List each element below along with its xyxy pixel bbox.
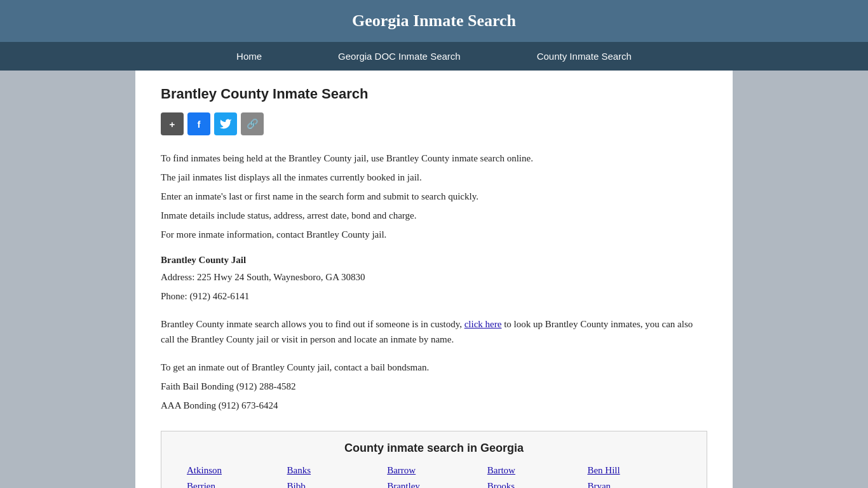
description-line-2: The jail inmates list displays all the i… [161, 170, 707, 185]
county-link[interactable]: Bryan [587, 481, 681, 488]
nav-doc-inmate-search[interactable]: Georgia DOC Inmate Search [300, 42, 499, 71]
county-link[interactable]: Brantley [387, 481, 481, 488]
county-section-title: County inmate search in Georgia [174, 442, 694, 455]
nav-county-inmate-search[interactable]: County Inmate Search [499, 42, 670, 71]
share-button[interactable]: + [161, 112, 184, 135]
jail-title: Brantley County Jail [161, 255, 707, 266]
description-line-5: For more inmate information, contact Bra… [161, 227, 707, 242]
nav-home[interactable]: Home [198, 42, 300, 71]
site-header: Georgia Inmate Search [0, 0, 868, 42]
lookup-paragraph: Brantley County inmate search allows you… [161, 316, 707, 347]
bail-intro: To get an inmate out of Brantley County … [161, 360, 707, 375]
share-buttons: + f 🔗 [161, 112, 707, 135]
county-link[interactable]: Ben Hill [587, 465, 681, 476]
county-link[interactable]: Bartow [487, 465, 581, 476]
copy-link-button[interactable]: 🔗 [241, 112, 264, 135]
description-line-4: Inmate details include status, address, … [161, 208, 707, 223]
county-link[interactable]: Berrien [187, 481, 281, 488]
county-grid: AtkinsonBanksBarrowBartowBen HillBerrien… [174, 465, 694, 488]
main-nav: Home Georgia DOC Inmate Search County In… [0, 42, 868, 71]
bail-bondsman-1: Faith Bail Bonding (912) 288-4582 [161, 379, 707, 394]
page-title: Brantley County Inmate Search [161, 86, 707, 102]
facebook-share-button[interactable]: f [187, 112, 210, 135]
description-line-3: Enter an inmate's last or first name in … [161, 189, 707, 204]
description-line-1: To find inmates being held at the Brantl… [161, 151, 707, 166]
lookup-text-before: Brantley County inmate search allows you… [161, 319, 462, 329]
county-link[interactable]: Bibb [287, 481, 381, 488]
bail-section: To get an inmate out of Brantley County … [161, 360, 707, 413]
county-link[interactable]: Barrow [387, 465, 481, 476]
twitter-share-button[interactable] [214, 112, 237, 135]
site-title: Georgia Inmate Search [13, 11, 855, 30]
main-content: Brantley County Inmate Search + f 🔗 To f… [135, 71, 733, 488]
county-link[interactable]: Brooks [487, 481, 581, 488]
click-here-link[interactable]: click here [465, 319, 502, 329]
bail-bondsman-2: AAA Bonding (912) 673-6424 [161, 398, 707, 413]
county-section: County inmate search in Georgia Atkinson… [161, 431, 707, 488]
county-link[interactable]: Banks [287, 465, 381, 476]
jail-address: Address: 225 Hwy 24 South, Waynesboro, G… [161, 269, 707, 285]
jail-phone: Phone: (912) 462-6141 [161, 288, 707, 304]
county-link[interactable]: Atkinson [187, 465, 281, 476]
